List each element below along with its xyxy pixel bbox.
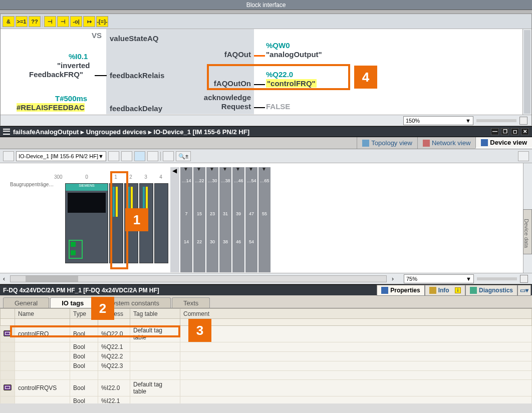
overview-slot[interactable]: ▼…14714 bbox=[180, 167, 192, 272]
rack-area[interactable]: Baugruppenträge… 300 0 1 2 3 4 5 SIEMENS… bbox=[0, 164, 532, 272]
zoom-combo[interactable]: 150%▼ bbox=[403, 116, 473, 125]
tool-compare[interactable]: -[=]- bbox=[96, 16, 108, 27]
cell-name[interactable] bbox=[15, 361, 70, 371]
splitter[interactable] bbox=[0, 10, 532, 14]
cell-type: Bool bbox=[70, 342, 98, 352]
view-tabs: Topology view Network view Device view bbox=[0, 137, 532, 149]
device-zoom-slider[interactable] bbox=[477, 277, 517, 280]
cell-comment[interactable] bbox=[180, 326, 532, 342]
col-comment[interactable]: Comment bbox=[180, 309, 532, 319]
subtab-io-tags[interactable]: IO tags bbox=[50, 297, 95, 308]
device-toolbar: IO-Device_1 [IM 155-6 PN/2 HF]▼ 🔍± bbox=[0, 149, 532, 163]
tool-icon-5[interactable] bbox=[163, 151, 174, 161]
callout-3: 3 bbox=[188, 319, 211, 342]
callout-4: 4 bbox=[354, 66, 377, 89]
inspector-sub-tabs: General IO tags System constants Texts bbox=[0, 295, 532, 308]
separator bbox=[42, 16, 43, 27]
ack-label-1: acknowledge bbox=[204, 93, 251, 102]
tool-contact[interactable]: ⊣ bbox=[44, 16, 56, 27]
col-name[interactable]: Name bbox=[15, 309, 70, 319]
overview-slot[interactable]: ▼…463946 bbox=[232, 167, 244, 272]
device-combo[interactable]: IO-Device_1 [IM 155-6 PN/2 HF]▼ bbox=[16, 151, 106, 161]
tool-icon-1[interactable] bbox=[108, 151, 119, 161]
tool-branch[interactable]: ↦ bbox=[83, 16, 95, 27]
cell-address: %I22.1 bbox=[98, 396, 130, 404]
minimize-icon[interactable]: — bbox=[491, 128, 499, 135]
tool-contact2[interactable]: ⊣ bbox=[57, 16, 69, 27]
device-combo-text: IO-Device_1 [IM 155-6 PN/2 HF] bbox=[19, 153, 98, 159]
tool-unknown[interactable]: ?? bbox=[29, 16, 41, 27]
subtab-texts[interactable]: Texts bbox=[172, 297, 210, 308]
pin-icon[interactable] bbox=[3, 129, 10, 135]
vertical-scrollbar[interactable] bbox=[522, 29, 531, 115]
cell-name[interactable] bbox=[15, 342, 70, 352]
tool-or[interactable]: >=1 bbox=[16, 16, 28, 27]
maximize-icon[interactable]: ◻ bbox=[511, 128, 519, 135]
cell-tagtable bbox=[130, 352, 180, 361]
col-tagtable[interactable]: Tag table bbox=[130, 309, 180, 319]
tool-and[interactable]: & bbox=[3, 16, 15, 27]
rack-label: Baugruppenträge… bbox=[10, 182, 54, 187]
io-tags-grid: Name Type Address Tag table Comment cont… bbox=[0, 308, 532, 403]
cell-comment[interactable] bbox=[180, 380, 532, 396]
cell-comment[interactable] bbox=[180, 352, 532, 361]
overview-icon[interactable] bbox=[518, 151, 529, 161]
table-row[interactable]: Bool %Q22.1 bbox=[1, 342, 532, 352]
device-zoom-value: 75% bbox=[406, 276, 417, 282]
time-literal: T#500ms bbox=[55, 94, 87, 103]
network-icon bbox=[423, 140, 430, 147]
zoom-value: 150% bbox=[406, 118, 420, 124]
cell-name[interactable] bbox=[15, 396, 70, 404]
rack-overview: ◀ bbox=[170, 167, 179, 272]
overview-slot[interactable]: ▼…221522 bbox=[193, 167, 205, 272]
overview-slot[interactable]: ▼…302330 bbox=[206, 167, 218, 272]
table-row[interactable] bbox=[1, 371, 532, 380]
overview-slot[interactable]: ▼…6555 bbox=[258, 167, 271, 272]
tab-network-view[interactable]: Network view bbox=[417, 137, 475, 149]
zoom-fit-icon[interactable] bbox=[519, 117, 527, 125]
tool-icon-2[interactable] bbox=[121, 151, 132, 161]
back-icon[interactable] bbox=[3, 151, 14, 161]
restore-icon[interactable]: ❐ bbox=[501, 128, 509, 135]
subtab-general[interactable]: General bbox=[3, 297, 49, 308]
table-row[interactable]: controlFRQVS Bool %I22.0 Default tag tab… bbox=[1, 380, 532, 396]
tab-info[interactable]: Info i bbox=[425, 285, 465, 296]
tab-properties[interactable]: Properties bbox=[377, 285, 424, 296]
collapse-icon[interactable]: ▭▾ bbox=[517, 285, 531, 296]
table-row[interactable]: Bool %Q22.2 bbox=[1, 352, 532, 361]
device-hscroll[interactable]: ‹ › bbox=[0, 273, 397, 284]
overview-slot[interactable]: ▼…383138 bbox=[219, 167, 231, 272]
tab-diagnostics[interactable]: Diagnostics bbox=[465, 285, 517, 296]
table-row[interactable]: Bool %Q22.3 bbox=[1, 361, 532, 371]
cpu-module[interactable]: SIEMENS bbox=[65, 183, 108, 263]
table-row[interactable]: Bool %I22.1 bbox=[1, 396, 532, 404]
device-data-side-tab[interactable]: Device data bbox=[523, 209, 532, 254]
instruction-toolbar: & >=1 ?? ⊣ ⊣ -o| ↦ -[=]- bbox=[1, 14, 531, 29]
zoom-fit-icon[interactable] bbox=[520, 275, 528, 283]
tab-device-view[interactable]: Device view bbox=[475, 137, 532, 149]
cell-name[interactable] bbox=[15, 352, 70, 361]
cell-comment[interactable] bbox=[180, 396, 532, 404]
tab-label: Device view bbox=[490, 139, 527, 146]
io-module-4[interactable] bbox=[154, 183, 168, 263]
overview-handle[interactable]: ◀ bbox=[170, 167, 179, 272]
close-icon[interactable]: ✕ bbox=[521, 128, 529, 135]
tool-icon-3[interactable] bbox=[134, 151, 145, 161]
zoom-slider[interactable] bbox=[476, 119, 516, 122]
connector bbox=[254, 55, 265, 57]
device-zoom-combo[interactable]: 75%▼ bbox=[404, 274, 474, 283]
io-address-i01: %I0.1 bbox=[69, 52, 88, 61]
connector bbox=[254, 107, 265, 108]
tool-icon-4[interactable] bbox=[147, 151, 158, 161]
separator bbox=[160, 152, 161, 161]
inverted-fbk-label-1: "inverted bbox=[57, 61, 90, 70]
properties-header: F-DQ 4x24VDC/2A PM HF_1 [F-DQ 4x24VDC/2A… bbox=[0, 284, 532, 295]
tool-coil[interactable]: -o| bbox=[70, 16, 82, 27]
cell-name[interactable]: controlFRQVS bbox=[15, 380, 70, 396]
cell-comment[interactable] bbox=[180, 361, 532, 371]
tab-topology-view[interactable]: Topology view bbox=[357, 137, 417, 149]
overview-slot[interactable]: ▼…544754 bbox=[245, 167, 257, 272]
cell-comment[interactable] bbox=[180, 342, 532, 352]
callout-2: 2 bbox=[91, 297, 114, 320]
zoom-tool-icon[interactable]: 🔍± bbox=[176, 151, 191, 161]
